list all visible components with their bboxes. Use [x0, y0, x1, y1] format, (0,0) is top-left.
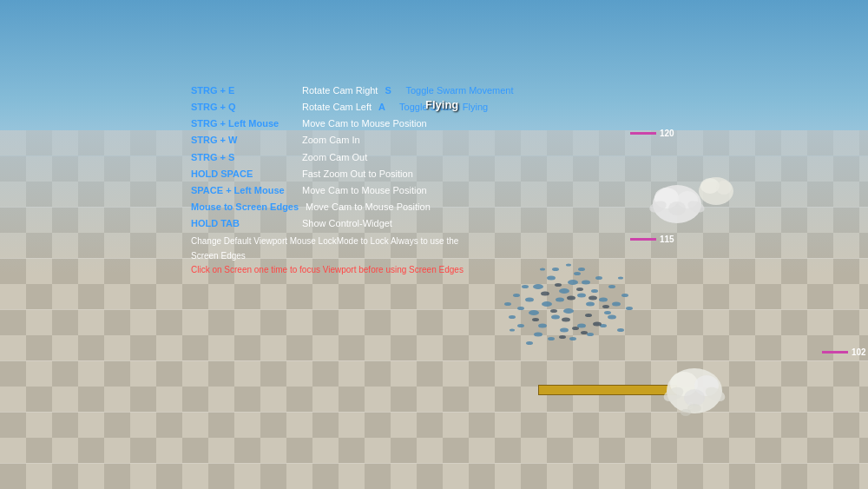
svg-rect-5 [0, 130, 868, 489]
game-viewport: STRG + E Rotate Cam Right S Toggle Swarm… [0, 0, 868, 489]
floor-background [0, 130, 868, 489]
